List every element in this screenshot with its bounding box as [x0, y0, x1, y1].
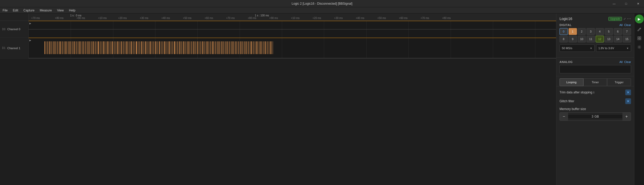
window-title: Logic 2 [Logic16 - Disconnected] [BBSign…	[292, 2, 352, 5]
menu-edit[interactable]: Edit	[10, 7, 21, 14]
ch-btn-0[interactable]: 0	[560, 28, 568, 35]
trim-info-icon[interactable]: ℹ	[593, 91, 594, 94]
analog-title: Analog	[560, 60, 573, 63]
memory-value-display: 3 GB	[568, 115, 622, 118]
tab-looping[interactable]: Looping	[560, 78, 583, 86]
settings-tool-button[interactable]	[635, 43, 643, 51]
voltage-wrapper: 1.8V to 3.6V 1.2V to 1.8V 3.3V to 5V ▼	[596, 44, 631, 52]
channel-name-0: Channel 0	[7, 28, 20, 31]
analog-all-button[interactable]: All	[619, 60, 622, 63]
digital-section: Digital All Clear 0 1 2 3 4 5 6 7 8	[560, 23, 631, 52]
channel-row-1: D1 Channel 1	[0, 38, 556, 59]
device-panel: Logic16 Upgrade ⤢ ⋯ Digital All Clear	[556, 14, 634, 58]
edit-tool-button[interactable]	[635, 25, 643, 33]
digital-clear-button[interactable]: Clear	[624, 23, 631, 27]
channel-waveform-0[interactable]: ▶	[29, 21, 556, 37]
ch-btn-12[interactable]: 12	[596, 36, 604, 42]
tab-timer[interactable]: Timer	[583, 78, 607, 86]
channels-container: D0 Channel 0	[0, 21, 556, 185]
glitch-setting-row: Glitch filter ✕	[560, 98, 631, 104]
analog-section: Analog All Clear	[556, 58, 634, 76]
trim-setting-row: Trim data after stopping ℹ ✕	[560, 90, 631, 95]
maximize-button[interactable]: □	[620, 0, 632, 7]
menubar: File Edit Capture Measure View Help	[0, 7, 644, 14]
memory-label: Memory buffer size	[560, 107, 631, 111]
grid-tool-button[interactable]	[635, 34, 643, 42]
main-area: 1 s : 0 ms 1 s : 100 ms +70 ms +80 ms +9…	[0, 14, 644, 185]
ch0-signal-line	[29, 29, 556, 29]
memory-unit: GB	[594, 115, 599, 118]
more-options-button[interactable]: ⋯	[627, 17, 631, 21]
digital-all-button[interactable]: All	[619, 23, 622, 27]
ch0-top-marker	[29, 21, 556, 21]
ch-btn-3[interactable]: 3	[587, 28, 595, 35]
settings-panel: Trim data after stopping ℹ ✕ Glitch filt…	[556, 86, 634, 126]
memory-control: − 3 GB +	[560, 112, 631, 121]
channel-label-0: D0 Channel 0	[0, 21, 29, 37]
memory-minus-button[interactable]: −	[560, 112, 568, 121]
window-controls: — □ ✕	[608, 0, 644, 7]
sample-rate-select[interactable]: 50 MS/s 1 MS/s 5 MS/s 10 MS/s 25 MS/s 10…	[560, 44, 595, 52]
minimize-button[interactable]: —	[608, 0, 620, 7]
timeline-ruler[interactable]: 1 s : 0 ms 1 s : 100 ms +70 ms +80 ms +9…	[0, 14, 556, 21]
device-name: Logic16	[560, 17, 572, 21]
channel-id-0: D0	[2, 28, 6, 31]
ch-btn-11[interactable]: 11	[587, 36, 595, 42]
start-capture-button[interactable]: ▶	[635, 15, 644, 23]
menu-capture[interactable]: Capture	[21, 7, 37, 14]
ruler-ticks: +70 ms +80 ms +90 ms +10 ms +20 ms +30 m…	[29, 17, 556, 21]
analog-input-box	[560, 65, 631, 73]
tabs-row: Looping Timer Trigger	[556, 76, 634, 86]
digital-channel-buttons: 0 1 2 3 4 5 6 7 8 9 10 11 12 13 14 15	[560, 28, 631, 42]
menu-file[interactable]: File	[0, 7, 10, 14]
digital-title: Digital	[560, 23, 572, 27]
ch-btn-9[interactable]: 9	[569, 36, 577, 42]
svg-point-4	[639, 47, 640, 48]
channel-waveform-1[interactable]: ▶	[29, 38, 556, 58]
right-edge-toolbar: ▶	[634, 14, 644, 185]
tab-trigger[interactable]: Trigger	[607, 78, 631, 86]
digital-section-header: Digital All Clear	[560, 23, 631, 27]
memory-number: 3	[591, 115, 593, 118]
svg-rect-3	[640, 39, 641, 40]
ticks-group1: +70 ms +80 ms +90 ms +10 ms +20 ms +30 m…	[29, 17, 451, 20]
svg-rect-0	[638, 37, 639, 38]
channel-id-1: D1	[2, 47, 6, 49]
trim-toggle[interactable]: ✕	[625, 90, 631, 95]
ch1-bottom-line	[29, 58, 556, 58]
ch-btn-15[interactable]: 15	[623, 36, 631, 42]
close-button[interactable]: ✕	[632, 0, 644, 7]
glitch-label-text: Glitch filter	[560, 99, 574, 103]
voltage-select[interactable]: 1.8V to 3.6V 1.2V to 1.8V 3.3V to 5V	[596, 44, 631, 52]
svg-rect-1	[640, 37, 641, 38]
ch-btn-8[interactable]: 8	[560, 36, 568, 42]
analog-clear-button[interactable]: Clear	[624, 60, 631, 63]
titlebar: Logic 2 [Logic16 - Disconnected] [BBSign…	[0, 0, 644, 7]
analog-actions: All Clear	[619, 60, 631, 63]
ch-btn-14[interactable]: 14	[614, 36, 622, 42]
memory-plus-button[interactable]: +	[622, 112, 631, 121]
glitch-toggle[interactable]: ✕	[625, 98, 631, 104]
trim-label-text: Trim data after stopping	[560, 91, 592, 94]
menu-help[interactable]: Help	[66, 7, 78, 14]
ch-btn-13[interactable]: 13	[605, 36, 613, 42]
analog-section-header: Analog All Clear	[560, 60, 631, 63]
trim-label: Trim data after stopping ℹ	[560, 91, 594, 94]
menu-measure[interactable]: Measure	[37, 7, 55, 14]
device-header-right: Upgrade ⤢ ⋯	[608, 17, 631, 21]
svg-rect-2	[638, 39, 639, 40]
ch-btn-2[interactable]: 2	[578, 28, 586, 35]
ch-btn-5[interactable]: 5	[605, 28, 613, 35]
ch-btn-7[interactable]: 7	[623, 28, 631, 35]
expand-icon[interactable]: ⤢	[623, 17, 626, 21]
ch-btn-6[interactable]: 6	[614, 28, 622, 35]
ch1-top-marker	[29, 38, 556, 38]
glitch-label: Glitch filter	[560, 99, 574, 103]
menu-view[interactable]: View	[54, 7, 66, 14]
ch-btn-10[interactable]: 10	[578, 36, 586, 42]
digital-actions: All Clear	[619, 23, 631, 27]
ch-btn-1[interactable]: 1	[569, 28, 577, 35]
upgrade-button[interactable]: Upgrade	[608, 17, 622, 21]
channel-name-1: Channel 1	[7, 47, 20, 50]
ch-btn-4[interactable]: 4	[596, 28, 604, 35]
